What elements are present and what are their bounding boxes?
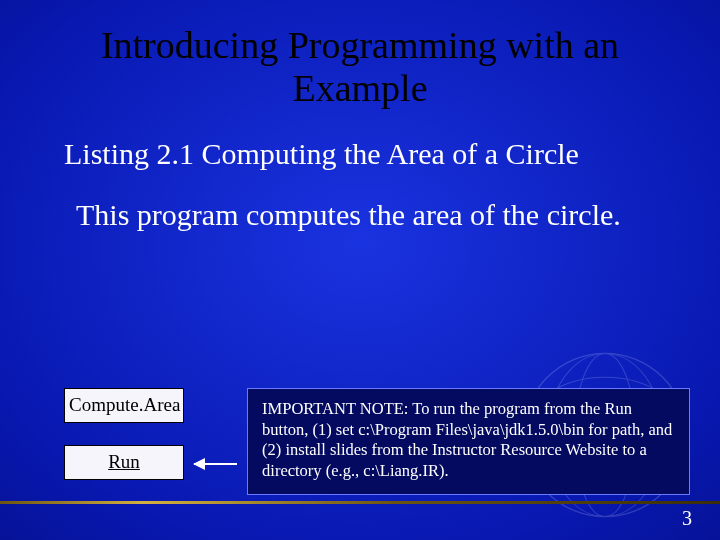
run-button[interactable]: Run <box>64 445 184 480</box>
button-column: Compute.Area Run <box>64 388 184 480</box>
page-number: 3 <box>682 507 692 530</box>
footer-divider <box>0 501 720 504</box>
slide-title: Introducing Programming with an Example <box>0 0 720 109</box>
bottom-row: Compute.Area Run IMPORTANT NOTE: To run … <box>64 388 690 495</box>
program-description: This program computes the area of the ci… <box>0 172 720 233</box>
listing-label: Listing 2.1 Computing the Area of a Circ… <box>0 109 720 172</box>
compute-area-button[interactable]: Compute.Area <box>64 388 184 423</box>
arrow-left-icon <box>194 463 237 465</box>
important-note: IMPORTANT NOTE: To run the program from … <box>247 388 690 495</box>
